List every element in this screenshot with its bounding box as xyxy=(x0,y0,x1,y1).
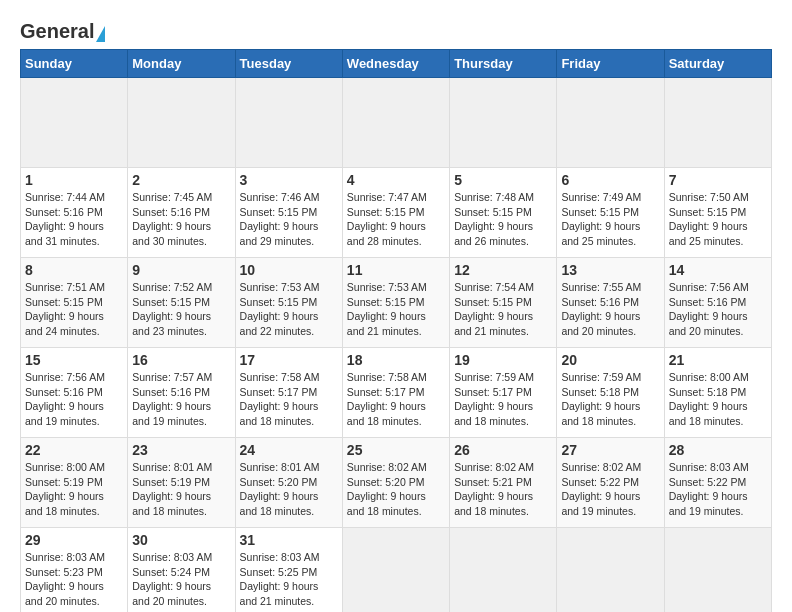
calendar-cell: 22Sunrise: 8:00 AMSunset: 5:19 PMDayligh… xyxy=(21,438,128,528)
day-info: Sunrise: 7:48 AMSunset: 5:15 PMDaylight:… xyxy=(454,190,552,249)
calendar-week-row xyxy=(21,78,772,168)
day-info: Sunrise: 8:02 AMSunset: 5:22 PMDaylight:… xyxy=(561,460,659,519)
calendar-cell: 27Sunrise: 8:02 AMSunset: 5:22 PMDayligh… xyxy=(557,438,664,528)
calendar-cell: 26Sunrise: 8:02 AMSunset: 5:21 PMDayligh… xyxy=(450,438,557,528)
calendar-cell: 24Sunrise: 8:01 AMSunset: 5:20 PMDayligh… xyxy=(235,438,342,528)
day-of-week-header: Tuesday xyxy=(235,50,342,78)
day-info: Sunrise: 7:47 AMSunset: 5:15 PMDaylight:… xyxy=(347,190,445,249)
day-number: 1 xyxy=(25,172,123,188)
day-info: Sunrise: 7:46 AMSunset: 5:15 PMDaylight:… xyxy=(240,190,338,249)
day-info: Sunrise: 7:53 AMSunset: 5:15 PMDaylight:… xyxy=(347,280,445,339)
day-info: Sunrise: 8:02 AMSunset: 5:20 PMDaylight:… xyxy=(347,460,445,519)
logo: General xyxy=(20,20,105,39)
day-number: 8 xyxy=(25,262,123,278)
logo-general-text: General xyxy=(20,20,94,43)
day-info: Sunrise: 8:01 AMSunset: 5:19 PMDaylight:… xyxy=(132,460,230,519)
day-info: Sunrise: 7:59 AMSunset: 5:18 PMDaylight:… xyxy=(561,370,659,429)
day-info: Sunrise: 7:54 AMSunset: 5:15 PMDaylight:… xyxy=(454,280,552,339)
calendar-cell: 1Sunrise: 7:44 AMSunset: 5:16 PMDaylight… xyxy=(21,168,128,258)
day-number: 28 xyxy=(669,442,767,458)
calendar-cell xyxy=(450,528,557,613)
day-info: Sunrise: 7:56 AMSunset: 5:16 PMDaylight:… xyxy=(25,370,123,429)
calendar-cell: 5Sunrise: 7:48 AMSunset: 5:15 PMDaylight… xyxy=(450,168,557,258)
day-number: 11 xyxy=(347,262,445,278)
day-info: Sunrise: 7:51 AMSunset: 5:15 PMDaylight:… xyxy=(25,280,123,339)
day-info: Sunrise: 7:49 AMSunset: 5:15 PMDaylight:… xyxy=(561,190,659,249)
calendar-cell: 21Sunrise: 8:00 AMSunset: 5:18 PMDayligh… xyxy=(664,348,771,438)
calendar-cell xyxy=(664,528,771,613)
calendar-cell xyxy=(21,78,128,168)
day-number: 3 xyxy=(240,172,338,188)
calendar-cell xyxy=(664,78,771,168)
day-info: Sunrise: 8:01 AMSunset: 5:20 PMDaylight:… xyxy=(240,460,338,519)
day-of-week-header: Saturday xyxy=(664,50,771,78)
day-number: 4 xyxy=(347,172,445,188)
day-of-week-header: Monday xyxy=(128,50,235,78)
calendar-cell: 25Sunrise: 8:02 AMSunset: 5:20 PMDayligh… xyxy=(342,438,449,528)
day-number: 18 xyxy=(347,352,445,368)
calendar-cell: 28Sunrise: 8:03 AMSunset: 5:22 PMDayligh… xyxy=(664,438,771,528)
day-info: Sunrise: 7:44 AMSunset: 5:16 PMDaylight:… xyxy=(25,190,123,249)
day-number: 17 xyxy=(240,352,338,368)
day-info: Sunrise: 8:00 AMSunset: 5:19 PMDaylight:… xyxy=(25,460,123,519)
calendar-cell: 16Sunrise: 7:57 AMSunset: 5:16 PMDayligh… xyxy=(128,348,235,438)
calendar-cell: 8Sunrise: 7:51 AMSunset: 5:15 PMDaylight… xyxy=(21,258,128,348)
day-number: 21 xyxy=(669,352,767,368)
calendar-cell: 20Sunrise: 7:59 AMSunset: 5:18 PMDayligh… xyxy=(557,348,664,438)
calendar-cell: 19Sunrise: 7:59 AMSunset: 5:17 PMDayligh… xyxy=(450,348,557,438)
day-number: 2 xyxy=(132,172,230,188)
calendar-cell: 7Sunrise: 7:50 AMSunset: 5:15 PMDaylight… xyxy=(664,168,771,258)
day-info: Sunrise: 7:52 AMSunset: 5:15 PMDaylight:… xyxy=(132,280,230,339)
day-info: Sunrise: 7:58 AMSunset: 5:17 PMDaylight:… xyxy=(240,370,338,429)
calendar-cell: 2Sunrise: 7:45 AMSunset: 5:16 PMDaylight… xyxy=(128,168,235,258)
calendar-cell: 10Sunrise: 7:53 AMSunset: 5:15 PMDayligh… xyxy=(235,258,342,348)
calendar-cell: 3Sunrise: 7:46 AMSunset: 5:15 PMDaylight… xyxy=(235,168,342,258)
day-number: 13 xyxy=(561,262,659,278)
calendar-header-row: SundayMondayTuesdayWednesdayThursdayFrid… xyxy=(21,50,772,78)
calendar-cell xyxy=(342,528,449,613)
calendar-cell: 17Sunrise: 7:58 AMSunset: 5:17 PMDayligh… xyxy=(235,348,342,438)
calendar-cell: 6Sunrise: 7:49 AMSunset: 5:15 PMDaylight… xyxy=(557,168,664,258)
calendar-cell xyxy=(557,528,664,613)
calendar-week-row: 15Sunrise: 7:56 AMSunset: 5:16 PMDayligh… xyxy=(21,348,772,438)
calendar-cell xyxy=(342,78,449,168)
calendar-week-row: 29Sunrise: 8:03 AMSunset: 5:23 PMDayligh… xyxy=(21,528,772,613)
day-info: Sunrise: 7:50 AMSunset: 5:15 PMDaylight:… xyxy=(669,190,767,249)
calendar-cell: 11Sunrise: 7:53 AMSunset: 5:15 PMDayligh… xyxy=(342,258,449,348)
day-number: 31 xyxy=(240,532,338,548)
calendar-cell: 12Sunrise: 7:54 AMSunset: 5:15 PMDayligh… xyxy=(450,258,557,348)
day-info: Sunrise: 7:57 AMSunset: 5:16 PMDaylight:… xyxy=(132,370,230,429)
day-number: 25 xyxy=(347,442,445,458)
day-number: 19 xyxy=(454,352,552,368)
calendar-cell: 15Sunrise: 7:56 AMSunset: 5:16 PMDayligh… xyxy=(21,348,128,438)
calendar-week-row: 1Sunrise: 7:44 AMSunset: 5:16 PMDaylight… xyxy=(21,168,772,258)
day-info: Sunrise: 8:00 AMSunset: 5:18 PMDaylight:… xyxy=(669,370,767,429)
day-info: Sunrise: 7:56 AMSunset: 5:16 PMDaylight:… xyxy=(669,280,767,339)
calendar-cell: 18Sunrise: 7:58 AMSunset: 5:17 PMDayligh… xyxy=(342,348,449,438)
day-of-week-header: Wednesday xyxy=(342,50,449,78)
calendar-cell: 29Sunrise: 8:03 AMSunset: 5:23 PMDayligh… xyxy=(21,528,128,613)
day-of-week-header: Thursday xyxy=(450,50,557,78)
day-of-week-header: Sunday xyxy=(21,50,128,78)
calendar-cell xyxy=(235,78,342,168)
header: General xyxy=(20,20,772,39)
day-number: 20 xyxy=(561,352,659,368)
day-number: 29 xyxy=(25,532,123,548)
day-number: 6 xyxy=(561,172,659,188)
day-info: Sunrise: 7:53 AMSunset: 5:15 PMDaylight:… xyxy=(240,280,338,339)
calendar-table: SundayMondayTuesdayWednesdayThursdayFrid… xyxy=(20,49,772,612)
day-number: 15 xyxy=(25,352,123,368)
day-number: 14 xyxy=(669,262,767,278)
day-info: Sunrise: 8:02 AMSunset: 5:21 PMDaylight:… xyxy=(454,460,552,519)
calendar-week-row: 22Sunrise: 8:00 AMSunset: 5:19 PMDayligh… xyxy=(21,438,772,528)
day-info: Sunrise: 8:03 AMSunset: 5:23 PMDaylight:… xyxy=(25,550,123,609)
day-number: 5 xyxy=(454,172,552,188)
calendar-cell: 30Sunrise: 8:03 AMSunset: 5:24 PMDayligh… xyxy=(128,528,235,613)
calendar-cell xyxy=(128,78,235,168)
calendar-cell: 4Sunrise: 7:47 AMSunset: 5:15 PMDaylight… xyxy=(342,168,449,258)
calendar-cell xyxy=(450,78,557,168)
day-number: 22 xyxy=(25,442,123,458)
day-info: Sunrise: 8:03 AMSunset: 5:22 PMDaylight:… xyxy=(669,460,767,519)
logo-arrow-icon xyxy=(96,26,105,42)
calendar-cell: 14Sunrise: 7:56 AMSunset: 5:16 PMDayligh… xyxy=(664,258,771,348)
